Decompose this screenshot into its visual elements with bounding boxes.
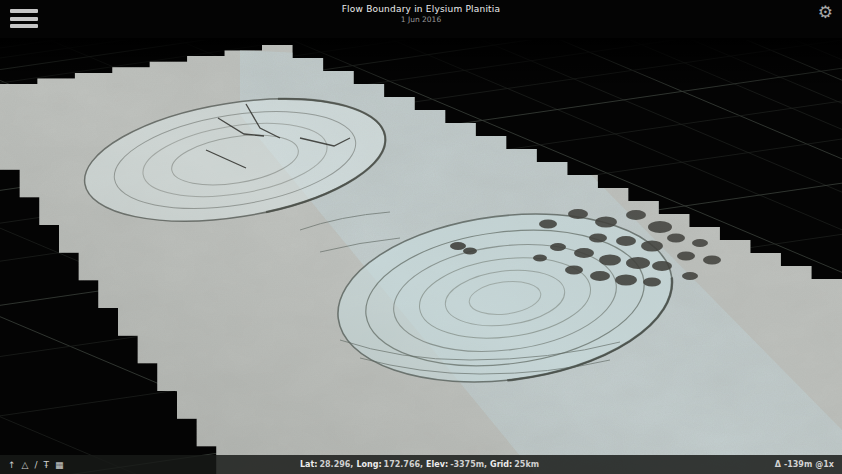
north-arrow-icon[interactable]: ↑ — [8, 460, 16, 470]
zoom-level[interactable]: @1x — [815, 460, 834, 469]
vertical-exaggeration-readout: Δ -139m @1x — [775, 455, 834, 474]
scene-date: 1 Jun 2016 — [0, 15, 842, 24]
delta-icon: Δ — [775, 460, 781, 469]
elevation-icon[interactable]: Ŧ — [44, 460, 50, 470]
terrain-viewport[interactable]: Flow Boundary in Elysium Planitia 1 Jun … — [0, 0, 842, 474]
terrain-icon[interactable]: △ — [22, 460, 29, 470]
top-bar: Flow Boundary in Elysium Planitia 1 Jun … — [0, 0, 842, 36]
status-bar: ↑ △ / Ŧ ▦ Lat: 28.296, Long: 172.766, El… — [0, 455, 842, 474]
delta-elevation-value: -139m — [784, 460, 812, 469]
scene-title: Flow Boundary in Elysium Planitia — [0, 4, 842, 14]
terrain-scene[interactable] — [0, 0, 842, 474]
elev-label: Elev: — [426, 460, 448, 469]
settings-button[interactable]: ⚙ — [818, 4, 833, 21]
lat-value: 28.296, — [319, 460, 353, 469]
lat-label: Lat: — [300, 460, 318, 469]
elev-value: -3375m, — [450, 460, 487, 469]
grid-label: Grid: — [490, 460, 512, 469]
gear-icon: ⚙ — [818, 2, 833, 22]
long-label: Long: — [356, 460, 381, 469]
long-value: 172.766, — [384, 460, 423, 469]
menu-button[interactable] — [10, 9, 38, 28]
coordinate-readout: Lat: 28.296, Long: 172.766, Elev: -3375m… — [300, 455, 542, 474]
grid-value: 25km — [514, 460, 539, 469]
title-block: Flow Boundary in Elysium Planitia 1 Jun … — [0, 4, 842, 24]
toolbar: ↑ △ / Ŧ ▦ — [8, 455, 64, 474]
slope-icon[interactable]: / — [34, 460, 37, 470]
grid-icon[interactable]: ▦ — [55, 460, 64, 470]
hamburger-icon — [10, 9, 38, 13]
